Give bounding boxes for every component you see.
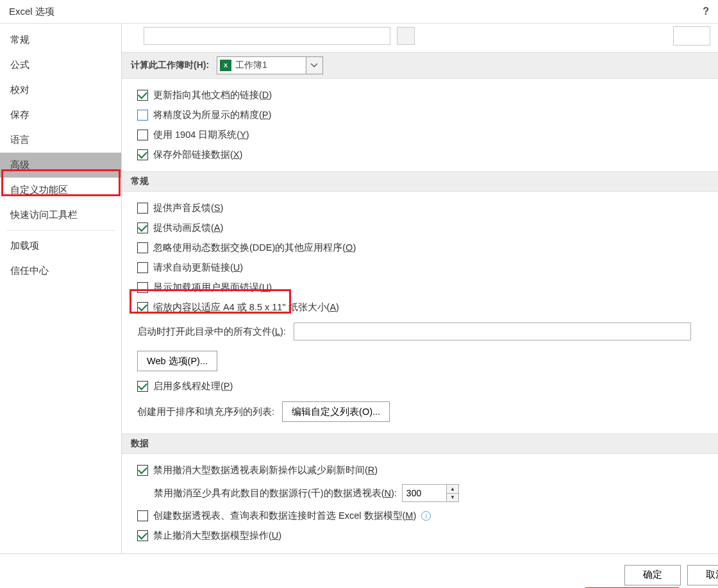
titlebar: Excel 选项 ? <box>0 0 718 23</box>
opt-label: 使用 1904 日期系统(Y) <box>153 129 249 141</box>
nav-label: 常规 <box>10 34 29 45</box>
checkbox[interactable] <box>137 130 148 140</box>
checkbox[interactable] <box>137 110 148 121</box>
dialog-footer: 确定 取消 <box>0 553 718 588</box>
checkbox[interactable] <box>137 90 148 101</box>
partial-top-row <box>122 26 718 52</box>
nav-label: 高级 <box>10 159 29 170</box>
nav-label: 保存 <box>10 109 29 120</box>
opt-disable-undo-pivot-refresh[interactable]: 禁用撤消大型数据透视表刷新操作以减少刷新时间(R) <box>137 460 710 480</box>
general-options: 提供声音反馈(S) 提供动画反馈(A) 忽略使用动态数据交换(DDE)的其他应用… <box>122 192 718 433</box>
checkbox[interactable] <box>137 381 148 392</box>
nav-addins[interactable]: 加载项 <box>0 233 121 258</box>
pivot-threshold-spinner[interactable]: ▲ ▼ <box>402 484 459 502</box>
nav-label: 信任中心 <box>10 265 49 276</box>
ghost-button[interactable] <box>673 26 710 46</box>
cancel-button[interactable]: 取消 <box>687 565 718 585</box>
custom-list-label: 创建用于排序和填充序列的列表: <box>137 406 274 418</box>
nav-label: 公式 <box>10 59 29 70</box>
ghost-dropdown-arrow[interactable] <box>397 27 415 45</box>
calc-options: 更新指向其他文档的链接(D) 将精度设为所显示的精度(P) 使用 1904 日期… <box>122 79 718 171</box>
ok-button[interactable]: 确定 <box>624 565 681 585</box>
opt-label: 缩放内容以适应 A4 或 8.5 x 11" 纸张大小(A) <box>153 301 339 314</box>
opt-save-external-link[interactable]: 保存外部链接数据(X) <box>137 145 710 165</box>
opt-label: 忽略使用动态数据交换(DDE)的其他应用程序(O) <box>153 242 356 254</box>
section-calc-label: 计算此工作簿时(H): <box>131 60 209 71</box>
opt-ignore-dde[interactable]: 忽略使用动态数据交换(DDE)的其他应用程序(O) <box>137 238 710 258</box>
opt-label: 提供声音反馈(S) <box>153 202 223 214</box>
section-general-title: 常规 <box>131 176 149 186</box>
spinner-down[interactable]: ▼ <box>447 494 458 502</box>
nav-language[interactable]: 语言 <box>0 128 121 153</box>
nav-proofing[interactable]: 校对 <box>0 78 121 103</box>
nav-label: 校对 <box>10 84 29 95</box>
startup-files-label: 启动时打开此目录中的所有文件(L): <box>137 326 286 338</box>
ghost-input[interactable] <box>144 27 390 45</box>
nav-save[interactable]: 保存 <box>0 103 121 128</box>
opt-addin-ui-errors[interactable]: 显示加载项用户界面错误(U) <box>137 278 710 298</box>
nav-label: 自定义功能区 <box>10 184 68 195</box>
nav-trust-center[interactable]: 信任中心 <box>0 258 121 283</box>
opt-label: 提供动画反馈(A) <box>153 222 223 234</box>
nav-separator <box>6 230 115 231</box>
opt-prefer-data-model[interactable]: 创建数据透视表、查询表和数据连接时首选 Excel 数据模型(M) i <box>137 506 710 526</box>
opt-disable-undo-model[interactable]: 禁止撤消大型数据模型操作(U) <box>137 526 710 546</box>
opt-auto-update-link[interactable]: 请求自动更新链接(U) <box>137 258 710 278</box>
nav-general[interactable]: 常规 <box>0 28 121 53</box>
opt-precision-displayed[interactable]: 将精度设为所显示的精度(P) <box>137 105 710 125</box>
info-icon[interactable]: i <box>421 511 431 521</box>
workbook-dropdown[interactable]: X 工作簿1 <box>217 56 323 74</box>
checkbox[interactable] <box>137 149 148 160</box>
workbook-dropdown-value: 工作簿1 <box>234 60 306 71</box>
opt-multithread[interactable]: 启用多线程处理(P) <box>137 376 710 396</box>
excel-icon: X <box>220 60 231 71</box>
custom-list-row: 创建用于排序和填充序列的列表: 编辑自定义列表(O)... <box>137 396 710 427</box>
nav-advanced[interactable]: 高级 <box>0 153 121 178</box>
nav-customize-ribbon[interactable]: 自定义功能区 <box>0 178 121 203</box>
checkbox[interactable] <box>137 530 148 541</box>
startup-files-input[interactable] <box>294 323 691 340</box>
checkbox[interactable] <box>137 223 148 233</box>
opt-label: 保存外部链接数据(X) <box>153 149 242 161</box>
opt-label: 显示加载项用户界面错误(U) <box>153 281 272 294</box>
section-general-header: 常规 <box>122 171 718 192</box>
section-calc-header: 计算此工作簿时(H): X 工作簿1 <box>122 52 718 79</box>
opt-label: 更新指向其他文档的链接(D) <box>153 89 272 101</box>
opt-label: 将精度设为所显示的精度(P) <box>153 109 271 121</box>
section-data-header: 数据 <box>122 433 718 454</box>
web-options-button[interactable]: Web 选项(P)... <box>137 351 217 371</box>
spinner-up[interactable]: ▲ <box>447 485 458 494</box>
chevron-down-icon[interactable] <box>306 57 322 74</box>
opt-label: 启用多线程处理(P) <box>153 380 233 392</box>
section-data-title: 数据 <box>131 438 149 448</box>
startup-files-row: 启动时打开此目录中的所有文件(L): <box>137 317 710 346</box>
opt-label: 禁止撤消大型数据模型操作(U) <box>153 530 281 542</box>
opt-sound-feedback[interactable]: 提供声音反馈(S) <box>137 198 710 218</box>
opt-scale-paper[interactable]: 缩放内容以适应 A4 或 8.5 x 11" 纸张大小(A) <box>137 298 710 317</box>
pivot-threshold-row: 禁用撤消至少具有此数目的数据源行(千)的数据透视表(N): ▲ ▼ <box>137 480 710 506</box>
opt-label: 创建数据透视表、查询表和数据连接时首选 Excel 数据模型(M) <box>153 510 416 522</box>
pivot-threshold-input[interactable] <box>402 484 447 502</box>
nav-label: 加载项 <box>10 240 39 251</box>
checkbox[interactable] <box>137 510 148 521</box>
web-options-row: Web 选项(P)... <box>137 346 710 376</box>
window-title: Excel 选项 <box>9 6 54 18</box>
opt-animation-feedback[interactable]: 提供动画反馈(A) <box>137 218 710 238</box>
nav-formula[interactable]: 公式 <box>0 53 121 78</box>
nav-label: 语言 <box>10 134 29 145</box>
opt-update-links[interactable]: 更新指向其他文档的链接(D) <box>137 85 710 105</box>
opt-1904-date[interactable]: 使用 1904 日期系统(Y) <box>137 125 710 145</box>
nav-quick-access[interactable]: 快速访问工具栏 <box>0 203 121 228</box>
content-pane: 计算此工作簿时(H): X 工作簿1 更新指向其他文档的链接(D) <box>122 24 718 553</box>
pivot-threshold-label: 禁用撤消至少具有此数目的数据源行(千)的数据透视表(N): <box>154 487 397 500</box>
checkbox[interactable] <box>137 282 148 293</box>
help-icon[interactable]: ? <box>703 6 709 17</box>
checkbox[interactable] <box>137 242 148 253</box>
checkbox[interactable] <box>137 262 148 273</box>
opt-label: 禁用撤消大型数据透视表刷新操作以减少刷新时间(R) <box>153 464 378 476</box>
checkbox[interactable] <box>137 465 148 476</box>
edit-custom-list-button[interactable]: 编辑自定义列表(O)... <box>282 401 390 422</box>
checkbox[interactable] <box>137 203 148 214</box>
data-options: 禁用撤消大型数据透视表刷新操作以减少刷新时间(R) 禁用撤消至少具有此数目的数据… <box>122 454 718 552</box>
checkbox[interactable] <box>137 302 148 313</box>
